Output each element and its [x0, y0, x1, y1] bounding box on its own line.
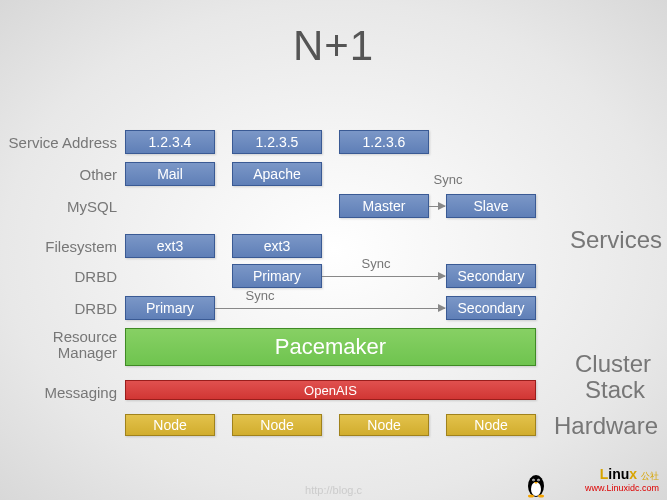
box-node-3: Node — [339, 414, 429, 436]
svg-point-4 — [533, 480, 534, 481]
box-apache: Apache — [232, 162, 322, 186]
diagram-canvas: Service Address Other MySQL Filesystem D… — [0, 0, 667, 500]
label-resource-b: Manager — [58, 344, 117, 361]
label-resource-a: Resource — [53, 328, 117, 345]
box-drbd-secondary-upper: Secondary — [446, 264, 536, 288]
label-mysql: MySQL — [67, 198, 117, 215]
box-node-1: Node — [125, 414, 215, 436]
box-address-1: 1.2.3.4 — [125, 130, 215, 154]
box-drbd-primary-lower: Primary — [125, 296, 215, 320]
label-hardware: Hardware — [554, 412, 658, 440]
brand-x: x — [629, 466, 637, 482]
label-messaging: Messaging — [44, 384, 117, 401]
box-mail: Mail — [125, 162, 215, 186]
label-cluster-a: Cluster — [575, 350, 651, 378]
box-address-2: 1.2.3.5 — [232, 130, 322, 154]
arrow-mysql-sync — [429, 206, 445, 207]
svg-point-7 — [538, 495, 544, 498]
box-node-2: Node — [232, 414, 322, 436]
box-mysql-slave: Slave — [446, 194, 536, 218]
box-node-4: Node — [446, 414, 536, 436]
box-drbd-secondary-lower: Secondary — [446, 296, 536, 320]
arrow-drbd-sync-upper — [322, 276, 445, 277]
box-ext3-b: ext3 — [232, 234, 322, 258]
penguin-icon — [525, 472, 547, 498]
box-address-3: 1.2.3.6 — [339, 130, 429, 154]
svg-point-1 — [531, 482, 541, 496]
label-other: Other — [79, 166, 117, 183]
watermark-brand: Linux 公社 www.Linuxidc.com — [585, 467, 659, 494]
label-cluster-b: Stack — [585, 376, 645, 404]
label-services: Services — [570, 226, 662, 254]
label-sync-drbd-upper: Sync — [356, 256, 396, 271]
box-mysql-master: Master — [339, 194, 429, 218]
svg-point-6 — [528, 495, 534, 498]
brand-cn: 公社 — [641, 471, 659, 481]
box-openais: OpenAIS — [125, 380, 536, 400]
arrow-drbd-sync-lower — [215, 308, 445, 309]
box-drbd-primary-upper: Primary — [232, 264, 322, 288]
label-service-address: Service Address — [9, 134, 117, 151]
svg-point-5 — [538, 480, 539, 481]
label-sync-drbd-lower: Sync — [240, 288, 280, 303]
label-sync-mysql: Sync — [428, 172, 468, 187]
box-pacemaker: Pacemaker — [125, 328, 536, 366]
watermark-blog: http://blog.c — [305, 484, 362, 496]
label-drbd-lower: DRBD — [74, 300, 117, 317]
brand-inu: inu — [608, 466, 629, 482]
box-ext3-a: ext3 — [125, 234, 215, 258]
label-filesystem: Filesystem — [45, 238, 117, 255]
brand-url: www.Linuxidc.com — [585, 483, 659, 493]
label-drbd-upper: DRBD — [74, 268, 117, 285]
